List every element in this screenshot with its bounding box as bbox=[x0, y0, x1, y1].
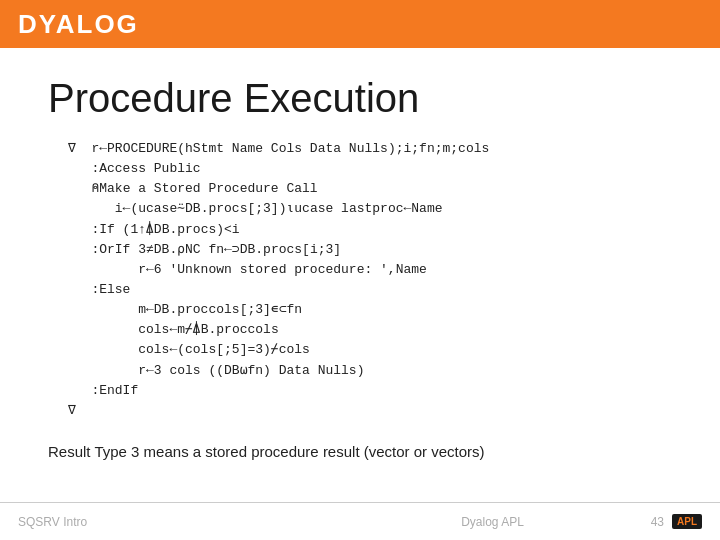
code-line: :OrIf 3≠DB.⍴NC fn←⊃DB.procs[i;3] bbox=[68, 240, 672, 260]
code-line: r←3 cols ((DB⍵fn) Data Nulls) bbox=[68, 361, 672, 381]
footer-left-label: SQSRV Intro bbox=[18, 515, 334, 529]
main-content: Procedure Execution ∇ r←PROCEDURE(hStmt … bbox=[0, 48, 720, 480]
code-line: ∇ r←PROCEDURE(hStmt Name Cols Data Nulls… bbox=[68, 139, 672, 159]
code-block: ∇ r←PROCEDURE(hStmt Name Cols Data Nulls… bbox=[68, 139, 672, 421]
footer-page-number: 43 bbox=[651, 515, 664, 529]
code-line: cols←(cols[;5]=3)⌿cols bbox=[68, 340, 672, 360]
code-line: :Access Public bbox=[68, 159, 672, 179]
footer: SQSRV Intro Dyalog APL 43 APL bbox=[0, 502, 720, 540]
result-text: Result Type 3 means a stored procedure r… bbox=[48, 443, 672, 460]
code-line: :Else bbox=[68, 280, 672, 300]
header-bar: DYALOG bbox=[0, 0, 720, 48]
code-line: :If (1↑⍋DB.procs)<i bbox=[68, 220, 672, 240]
code-line: cols←m⌿⍋B.proccols bbox=[68, 320, 672, 340]
code-line: m←DB.proccols[;3]∊⊂fn bbox=[68, 300, 672, 320]
logo: DYALOG bbox=[18, 9, 139, 40]
code-line: ∇ bbox=[68, 401, 672, 421]
page-title: Procedure Execution bbox=[48, 76, 672, 121]
code-line: ⍝Make a Stored Procedure Call bbox=[68, 179, 672, 199]
footer-badge: APL bbox=[672, 514, 702, 529]
footer-center-label: Dyalog APL bbox=[334, 515, 650, 529]
code-line: :EndIf bbox=[68, 381, 672, 401]
code-line: r←6 'Unknown stored procedure: ',Name bbox=[68, 260, 672, 280]
code-line: i←(ucase⍨DB.procs[;3])⍳ucase lastproc←Na… bbox=[68, 199, 672, 219]
footer-right-group: 43 APL bbox=[651, 514, 702, 529]
